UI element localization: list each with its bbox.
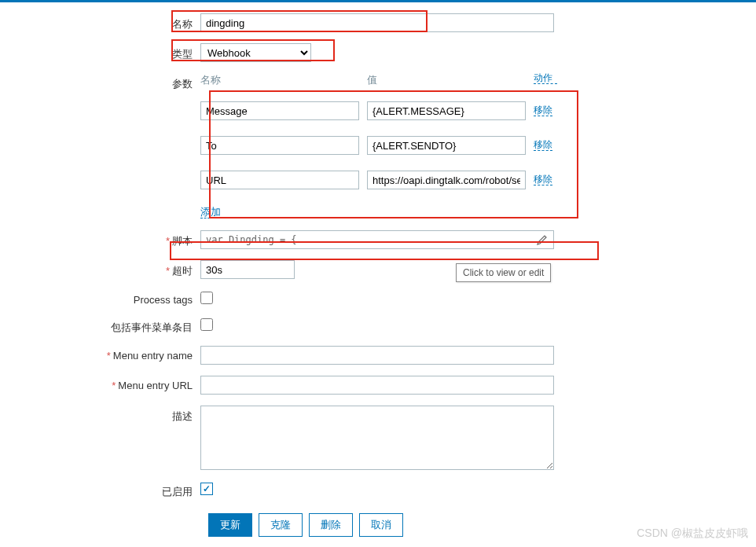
row-name: 名称 [0, 13, 756, 32]
include-menu-checkbox[interactable] [200, 318, 213, 331]
row-enabled: 已启用 ✓ [0, 481, 756, 499]
description-textarea[interactable] [200, 406, 554, 470]
script-preview-text: var Dingding = {… [206, 234, 536, 245]
row-menu-name: *Menu entry name [0, 346, 756, 365]
row-type: 类型 Webhook [0, 43, 756, 62]
param-remove-link[interactable]: 移除 [534, 105, 552, 116]
row-script: *脚本 var Dingding = {… [0, 230, 756, 249]
delete-button[interactable]: 删除 [309, 513, 353, 537]
params-header-action: 动作 [534, 73, 557, 87]
param-value-input[interactable] [367, 101, 526, 120]
type-select[interactable]: Webhook [200, 43, 311, 62]
param-add-row: 添加 [200, 205, 562, 219]
label-name: 名称 [0, 13, 200, 31]
params-table: 名称 值 动作 移除 移除 [200, 73, 562, 219]
name-input[interactable] [200, 13, 554, 32]
label-description: 描述 [0, 406, 200, 424]
timeout-input[interactable] [200, 260, 295, 279]
label-enabled: 已启用 [0, 481, 200, 499]
media-type-form: 名称 类型 Webhook 参数 名称 值 动作 [0, 2, 756, 537]
process-tags-checkbox[interactable] [200, 292, 213, 304]
param-row: 移除 [200, 171, 562, 189]
label-menu-name: *Menu entry name [0, 346, 200, 362]
row-menu-url: *Menu entry URL [0, 376, 756, 395]
menu-url-input[interactable] [200, 376, 554, 395]
row-include-menu: 包括事件菜单条目 [0, 317, 756, 335]
param-name-input[interactable] [200, 136, 359, 155]
row-description: 描述 [0, 406, 756, 470]
label-script: *脚本 [0, 230, 200, 248]
params-header-name: 名称 [200, 73, 367, 87]
param-name-input[interactable] [200, 171, 359, 189]
row-process-tags: Process tags [0, 290, 756, 306]
param-remove-link[interactable]: 移除 [534, 174, 552, 185]
label-timeout: *超时 [0, 260, 200, 278]
pencil-icon[interactable] [536, 233, 549, 246]
param-row: 移除 [200, 101, 562, 120]
enabled-checkbox[interactable]: ✓ [200, 483, 213, 495]
params-header: 名称 值 动作 [200, 73, 562, 95]
add-param-link[interactable]: 添加 [200, 206, 221, 218]
row-timeout: *超时 [0, 260, 756, 279]
row-params: 参数 名称 值 动作 移除 [0, 73, 756, 219]
param-value-input[interactable] [367, 136, 526, 155]
edit-tooltip: Click to view or edit [456, 263, 551, 282]
label-menu-url: *Menu entry URL [0, 376, 200, 391]
param-remove-link[interactable]: 移除 [534, 140, 552, 151]
cancel-button[interactable]: 取消 [359, 513, 403, 537]
label-type: 类型 [0, 43, 200, 61]
label-process-tags: Process tags [0, 290, 200, 306]
params-body: 移除 移除 移除 添加 [200, 95, 562, 219]
script-input[interactable]: var Dingding = {… [200, 230, 554, 249]
label-include-menu: 包括事件菜单条目 [0, 317, 200, 335]
menu-name-input[interactable] [200, 346, 554, 365]
param-row: 移除 [200, 136, 562, 155]
param-name-input[interactable] [200, 101, 359, 120]
param-value-input[interactable] [367, 171, 526, 189]
update-button[interactable]: 更新 [208, 513, 252, 537]
watermark: CSDN @椒盐皮皮虾哦 [637, 527, 748, 541]
params-header-value: 值 [367, 73, 534, 87]
label-params: 参数 [0, 73, 200, 91]
clone-button[interactable]: 克隆 [259, 513, 303, 537]
